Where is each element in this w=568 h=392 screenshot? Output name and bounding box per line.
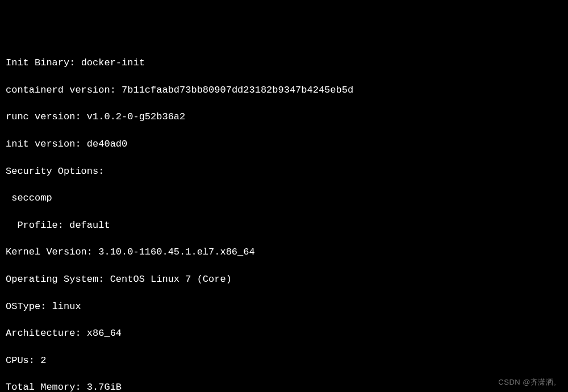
ostype-value: linux — [52, 301, 81, 312]
operating-system-value: CentOS Linux 7 (Core) — [110, 274, 232, 285]
total-memory-label: Total Memory: — [6, 382, 87, 392]
total-memory-line: Total Memory: 3.7GiB — [6, 381, 562, 392]
operating-system-line: Operating System: CentOS Linux 7 (Core) — [6, 273, 562, 286]
init-version-label: init version: — [6, 139, 87, 149]
cpus-label: CPUs: — [6, 355, 40, 366]
operating-system-label: Operating System: — [6, 274, 110, 285]
containerd-version-value: 7b11cfaabd73bb80907dd23182b9347b4245eb5d — [122, 85, 353, 95]
architecture-line: Architecture: x86_64 — [6, 327, 562, 340]
security-options-line: Security Options: — [6, 165, 562, 178]
seccomp-line: seccomp — [6, 191, 562, 205]
kernel-version-value: 3.10.0-1160.45.1.el7.x86_64 — [98, 247, 254, 257]
containerd-version-label: containerd version: — [6, 85, 122, 95]
total-memory-value: 3.7GiB — [87, 382, 122, 392]
runc-version-line: runc version: v1.0.2-0-g52b36a2 — [6, 110, 562, 124]
ostype-line: OSType: linux — [6, 300, 562, 314]
init-binary-value: docker-init — [81, 57, 145, 68]
profile-value: default — [69, 220, 110, 231]
cpus-line: CPUs: 2 — [6, 354, 562, 368]
seccomp-value: seccomp — [11, 193, 52, 203]
profile-label: Profile: — [17, 220, 69, 231]
init-binary-line: Init Binary: docker-init — [6, 56, 562, 70]
architecture-label: Architecture: — [6, 328, 87, 339]
runc-version-value: v1.0.2-0-g52b36a2 — [87, 111, 185, 122]
profile-line: Profile: default — [6, 219, 562, 232]
init-binary-label: Init Binary: — [6, 57, 81, 68]
csdn-watermark: CSDN @齐潇洒。 — [498, 377, 561, 387]
security-options-label: Security Options: — [6, 166, 104, 177]
containerd-version-line: containerd version: 7b11cfaabd73bb80907d… — [6, 84, 562, 97]
kernel-version-line: Kernel Version: 3.10.0-1160.45.1.el7.x86… — [6, 245, 562, 259]
init-version-value: de40ad0 — [87, 139, 127, 149]
kernel-version-label: Kernel Version: — [6, 247, 98, 257]
runc-version-label: runc version: — [6, 111, 87, 122]
ostype-label: OSType: — [6, 301, 52, 312]
init-version-line: init version: de40ad0 — [6, 137, 562, 151]
cpus-value: 2 — [40, 355, 46, 366]
architecture-value: x86_64 — [87, 328, 122, 339]
